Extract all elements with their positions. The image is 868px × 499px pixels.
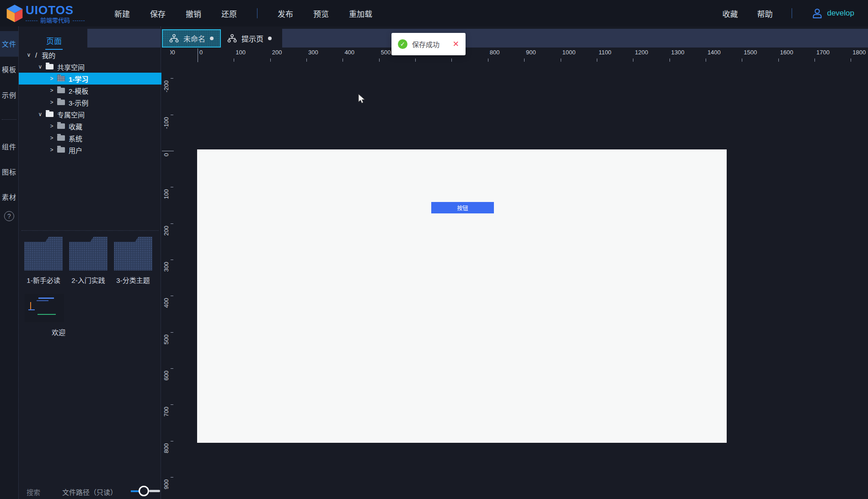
success-check-icon: ✓	[398, 39, 407, 49]
ruler-label: 900	[526, 49, 536, 56]
tree-row[interactable]: > 收藏	[19, 120, 161, 132]
chevron-down-icon[interactable]: ∨	[37, 64, 44, 70]
tree-row-label: 共享空间	[57, 62, 85, 72]
chevron-right-icon[interactable]: >	[48, 75, 55, 82]
panel-tab-pages[interactable]: 页面	[45, 34, 63, 50]
folder-icon	[57, 147, 65, 153]
ruler-label: 200	[272, 49, 282, 56]
tree-row[interactable]: > 2-模板	[19, 85, 161, 96]
tree-row-label: 专属空间	[57, 110, 85, 119]
tree-row[interactable]: ∨ 专属空间	[19, 108, 161, 120]
ruler-tick	[451, 58, 452, 62]
tree-row[interactable]: > 1-学习	[19, 73, 161, 85]
ruler-tick	[633, 58, 633, 62]
tree-row[interactable]: ∨ 共享空间	[19, 61, 161, 73]
thumb-decoration	[38, 297, 54, 299]
ruler-tick	[171, 368, 173, 369]
folder-icon	[57, 76, 65, 81]
ruler-corner	[161, 48, 170, 62]
thumb-decoration	[37, 300, 48, 301]
rail-item-1[interactable]: 模板	[0, 57, 18, 82]
tab-tip-page[interactable]: 提示页	[221, 29, 282, 48]
nav-item[interactable]: 发布	[278, 8, 293, 19]
shortcut-folder-label[interactable]: 3-分类主题	[110, 275, 156, 285]
search-button[interactable]: 搜索	[27, 487, 40, 497]
user-icon	[811, 7, 823, 19]
mouse-cursor	[358, 94, 366, 105]
nav-item[interactable]: 撤销	[186, 8, 201, 19]
rail-item-5[interactable]: 素材	[0, 184, 18, 210]
left-icon-rail: ? 文件模板示例组件图标素材	[0, 27, 18, 499]
chevron-right-icon[interactable]: >	[48, 99, 55, 106]
tree-row-label: 1-学习	[69, 74, 88, 84]
shortcut-folder[interactable]	[114, 237, 152, 271]
unsaved-dot	[268, 37, 272, 40]
navbar-right: 收藏帮助 develop	[722, 7, 868, 19]
ruler-label: 1200	[635, 49, 648, 56]
zoom-slider[interactable]	[131, 484, 160, 498]
navbar-right-items: 收藏帮助	[722, 8, 772, 19]
ruler-tick	[814, 58, 815, 62]
shortcut-folder[interactable]	[69, 237, 107, 271]
design-canvas[interactable]: 按钮	[197, 149, 727, 443]
rail-item-0[interactable]: 文件	[0, 31, 18, 57]
tree-row[interactable]: ∨ / 我的	[19, 49, 161, 61]
toast-close-icon[interactable]: ✕	[453, 39, 459, 49]
chevron-right-icon[interactable]: >	[48, 147, 55, 153]
unsaved-dot	[210, 37, 214, 40]
chevron-right-icon[interactable]: >	[48, 87, 55, 94]
save-success-toast: ✓ 保存成功 ✕	[391, 33, 466, 55]
nav-item[interactable]: 重加载	[349, 8, 372, 19]
tab-label: 未命名	[183, 33, 205, 44]
nav-item[interactable]: 帮助	[757, 8, 772, 19]
nav-item[interactable]: 收藏	[722, 8, 738, 19]
user-chip[interactable]: develop	[811, 7, 854, 19]
ruler-tick	[306, 58, 307, 62]
ruler-tick	[670, 58, 670, 62]
thumb-decoration	[38, 314, 56, 315]
tree-row-label: 3-示例	[69, 98, 88, 107]
logo[interactable]: UIOTOS 前端零代码	[0, 2, 96, 24]
slider-knob[interactable]	[139, 486, 149, 496]
tree-row[interactable]: > 用户	[19, 144, 161, 156]
file-path-label: 文件路径（只读）	[62, 487, 117, 497]
logo-cube-icon	[5, 4, 24, 23]
chevron-right-icon[interactable]: >	[48, 123, 55, 129]
shortcut-folder[interactable]	[24, 237, 63, 271]
welcome-page-thumbnail[interactable]	[25, 294, 64, 322]
ruler-label: 1500	[744, 49, 757, 56]
logo-title: UIOTOS	[26, 3, 85, 17]
welcome-page-label[interactable]: 欢迎	[52, 327, 65, 337]
navbar-menu: 新建保存撤销还原发布预览重加载	[114, 8, 372, 19]
ruler-label: 400	[344, 49, 354, 56]
chevron-down-icon[interactable]: ∨	[37, 111, 44, 117]
help-icon[interactable]: ?	[4, 211, 14, 221]
rail-item-3[interactable]: 组件	[0, 134, 18, 159]
folder-icon	[57, 135, 65, 141]
ruler-tick	[488, 58, 488, 62]
rail-item-4[interactable]: 图标	[0, 159, 18, 185]
nav-item[interactable]: 还原	[221, 8, 237, 19]
tree-row-label: 用户	[69, 145, 82, 155]
ruler-tick	[171, 223, 173, 224]
shortcut-folder-label[interactable]: 1-新手必读	[21, 275, 66, 285]
horizontal-ruler: -100010020030040050060070080090010001100…	[161, 48, 868, 62]
nav-item[interactable]: 新建	[114, 8, 130, 19]
ruler-label: 1400	[707, 49, 721, 56]
nav-item[interactable]: 预览	[313, 8, 329, 19]
tree-row[interactable]: > 3-示例	[19, 96, 161, 108]
tab-unnamed[interactable]: 未命名	[162, 29, 221, 48]
canvas-button-widget[interactable]: 按钮	[431, 202, 494, 213]
ruler-tick	[171, 404, 173, 405]
ruler-label: 500	[381, 49, 391, 56]
logo-dash-left	[26, 21, 38, 21]
rail-item-2[interactable]: 示例	[0, 82, 18, 108]
ruler-tick	[234, 58, 234, 62]
chevron-down-icon[interactable]: ∨	[25, 52, 32, 58]
chevron-right-icon[interactable]: >	[48, 135, 55, 141]
nav-item[interactable]: 保存	[150, 8, 166, 19]
rail-divider	[2, 119, 16, 120]
shortcut-folder-label[interactable]: 2-入门实践	[65, 275, 111, 285]
ruler-tick	[379, 58, 380, 62]
tree-row[interactable]: > 系统	[19, 132, 161, 144]
